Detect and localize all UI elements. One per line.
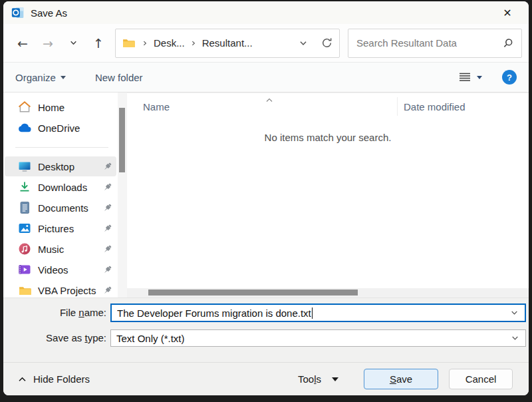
save-as-type-label: Save as type: <box>3 332 106 343</box>
sidebar-item-documents[interactable]: Documents <box>5 198 116 218</box>
folder-icon <box>122 38 135 48</box>
up-icon: ↑ <box>93 36 104 51</box>
file-name-input[interactable]: The Developer Forums migration is done.t… <box>110 303 526 322</box>
sidebar-item-label: Pictures <box>38 223 74 234</box>
sidebar-item-vba-projects[interactable]: VBA Projects <box>5 280 116 298</box>
pictures-icon <box>18 222 31 235</box>
pin-icon[interactable] <box>102 286 112 296</box>
pin-icon[interactable] <box>102 182 112 192</box>
title-bar: Save As ✕ <box>3 1 529 24</box>
breadcrumb-chevron-icon <box>138 39 152 47</box>
hide-folders-label: Hide Folders <box>33 373 90 385</box>
folder-icon <box>18 286 31 296</box>
file-list-area: Name Date modified No items match your s… <box>127 93 529 298</box>
dialog-footer: Hide Folders Tools Save Cancel <box>3 362 529 395</box>
chevron-down-icon <box>61 76 66 79</box>
chevron-down-icon[interactable] <box>511 334 519 343</box>
sidebar-item-label: Videos <box>38 264 68 276</box>
back-button[interactable]: ← <box>10 31 35 56</box>
empty-results-message: No items match your search. <box>127 132 529 143</box>
navigation-bar: ← → ↑ Desk... <box>3 24 529 62</box>
breadcrumb-chevron-icon <box>186 39 201 47</box>
file-name-value: The Developer Forums migration is done.t… <box>117 307 311 319</box>
question-mark-icon: ? <box>507 73 512 83</box>
sidebar-item-label: VBA Projects <box>38 285 96 296</box>
address-bar[interactable]: Desk... Resultant... <box>115 29 340 58</box>
horizontal-scrollbar-thumb[interactable] <box>148 290 358 296</box>
file-fields-section: File name: The Developer Forums migratio… <box>3 298 529 362</box>
back-icon: ← <box>17 36 28 51</box>
chevron-down-icon <box>332 377 338 381</box>
chevron-down-icon <box>69 39 78 47</box>
content-area: Home OneDrive D <box>3 93 529 298</box>
sidebar-item-label: Home <box>38 102 65 113</box>
search-icon <box>503 38 513 49</box>
desktop-icon <box>18 160 31 173</box>
pin-icon[interactable] <box>102 224 112 234</box>
new-folder-label: New folder <box>95 72 143 83</box>
window-title: Save As <box>31 7 67 19</box>
pin-icon[interactable] <box>102 162 112 172</box>
forward-button[interactable]: → <box>35 31 61 56</box>
chevron-down-icon[interactable] <box>510 309 519 317</box>
sidebar-item-label: Music <box>38 244 64 255</box>
outlook-app-icon <box>11 6 25 19</box>
new-folder-button[interactable]: New folder <box>95 72 143 83</box>
change-view-button[interactable] <box>459 73 482 82</box>
tools-dropdown-button[interactable]: Tools <box>298 373 338 385</box>
pin-icon[interactable] <box>102 203 112 213</box>
sidebar-item-videos[interactable]: Videos <box>5 260 116 280</box>
sidebar-item-music[interactable]: Music <box>5 239 116 259</box>
chevron-down-icon <box>477 76 482 79</box>
refresh-icon[interactable] <box>321 37 332 49</box>
sidebar-scrollbar-thumb[interactable] <box>119 108 125 172</box>
hide-folders-button[interactable]: Hide Folders <box>18 373 90 385</box>
videos-icon <box>18 263 31 276</box>
sidebar-item-onedrive[interactable]: OneDrive <box>5 118 116 138</box>
save-button[interactable]: Save <box>364 369 438 389</box>
search-box[interactable] <box>348 29 522 58</box>
sidebar-item-downloads[interactable]: Downloads <box>5 177 116 197</box>
sort-ascending-icon <box>265 94 273 106</box>
up-button[interactable]: ↑ <box>86 31 111 56</box>
sidebar-navigation: Home OneDrive D <box>3 93 118 298</box>
sidebar-divider <box>15 147 108 148</box>
pin-icon[interactable] <box>102 244 112 254</box>
sidebar-item-pictures[interactable]: Pictures <box>5 218 116 238</box>
organize-label: Organize <box>15 72 56 83</box>
column-header-name[interactable]: Name <box>143 101 170 112</box>
sidebar-item-label: Documents <box>38 202 88 214</box>
breadcrumb-resultant-data[interactable]: Resultant... <box>201 37 254 49</box>
sidebar-item-label: Desktop <box>38 161 74 172</box>
documents-icon <box>18 201 31 214</box>
address-dropdown-chevron-icon[interactable] <box>299 39 308 48</box>
column-divider <box>397 97 398 116</box>
sidebar-scrollbar[interactable] <box>118 93 127 298</box>
text-caret <box>312 307 313 319</box>
column-header-date-modified[interactable]: Date modified <box>404 101 466 112</box>
downloads-icon <box>18 180 31 194</box>
home-icon <box>18 100 31 114</box>
save-as-type-select[interactable]: Text Only (*.txt) <box>110 329 526 347</box>
cancel-button[interactable]: Cancel <box>449 369 513 389</box>
search-input[interactable] <box>356 37 503 49</box>
save-as-type-value: Text Only (*.txt) <box>116 333 185 344</box>
help-button[interactable]: ? <box>502 70 517 85</box>
recent-locations-button[interactable] <box>61 31 86 56</box>
pin-icon[interactable] <box>102 265 112 275</box>
breadcrumb-desktop[interactable]: Desk... <box>152 37 186 49</box>
tools-label: Tools <box>298 373 321 385</box>
save-as-dialog: Save As ✕ ← → ↑ <box>3 1 529 395</box>
sidebar-item-home[interactable]: Home <box>5 97 116 117</box>
organize-button[interactable]: Organize <box>15 72 66 83</box>
horizontal-scrollbar[interactable] <box>127 288 529 298</box>
file-name-label: File name: <box>3 307 106 318</box>
sidebar-item-desktop[interactable]: Desktop <box>5 156 116 176</box>
forward-icon: → <box>43 36 53 51</box>
close-button[interactable]: ✕ <box>494 3 521 23</box>
close-icon: ✕ <box>503 7 511 19</box>
music-icon <box>18 242 31 256</box>
onedrive-icon <box>18 123 31 132</box>
list-view-icon <box>459 73 471 82</box>
cancel-label: Cancel <box>466 373 497 385</box>
